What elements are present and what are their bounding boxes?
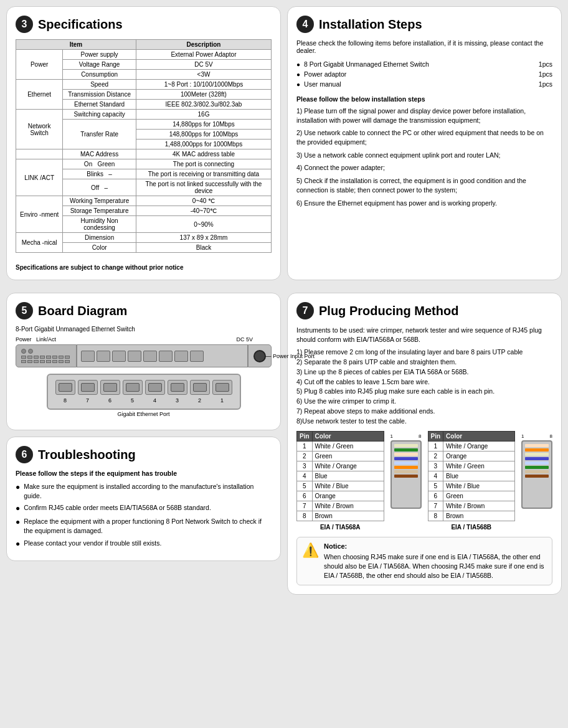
- port-led: [59, 356, 64, 359]
- spec-value: The port is receiving or transmitting da…: [136, 169, 271, 179]
- table-row: 2Green: [297, 451, 384, 461]
- col-color: Color: [443, 432, 515, 442]
- checklist-item: User manual: [304, 80, 341, 88]
- wire: [525, 466, 549, 469]
- switch-main: — Power Input Port: [16, 344, 272, 367]
- trouble-list: Make sure the equipment is installed acc…: [16, 482, 272, 549]
- table-row: 4Blue: [297, 471, 384, 481]
- col-color: Color: [312, 432, 384, 442]
- plug-title: Plug Producing Method: [319, 304, 458, 318]
- port-led: [40, 360, 45, 363]
- port-led: [65, 360, 70, 363]
- pin: 5: [297, 481, 313, 491]
- spec-item: Switching capacity: [63, 110, 136, 120]
- table-row: 5White / Blue: [428, 481, 515, 491]
- wire: [394, 470, 418, 473]
- checklist-item: Power adaptor: [304, 70, 346, 78]
- wire: [525, 475, 549, 478]
- pin: 3: [297, 461, 313, 471]
- eth-port: [159, 351, 173, 362]
- port-num: 2: [190, 397, 210, 404]
- cable-body: [391, 440, 422, 509]
- group-link: LINK /ACT: [16, 159, 63, 196]
- wire: [525, 453, 549, 456]
- port-led: [52, 356, 57, 359]
- cable-wires: [394, 444, 418, 478]
- color: White / Green: [312, 442, 384, 451]
- step-3: 3) Use a network cable connect equipment…: [296, 151, 552, 160]
- notice-box: ⚠️ Notice: When choosing RJ45 make sure …: [296, 537, 552, 585]
- switch-ports-body: [77, 344, 248, 367]
- pin: 1: [297, 442, 313, 451]
- board-number: 5: [16, 302, 33, 319]
- port-led: [27, 356, 32, 359]
- group-ethernet: Ethernet: [16, 80, 63, 110]
- color: White / Green: [443, 461, 515, 471]
- port-led: [40, 356, 45, 359]
- color: White / Orange: [443, 442, 515, 451]
- step-2: 2) Use network cable to connect the PC o…: [296, 128, 552, 146]
- dc-label: DC 5V: [236, 336, 253, 343]
- list-item: Please contact your vendor if trouble st…: [16, 539, 272, 549]
- col-pin: Pin: [297, 432, 313, 442]
- list-item: 8 Port Gigabit Unmanaged Ethernet Switch…: [296, 60, 552, 68]
- eth-port: [128, 351, 141, 362]
- eth-label: Gigabit Ethernet Port: [117, 411, 169, 417]
- eth-port: [174, 351, 188, 362]
- spec-value: 1,488,000pps for 1000Mbps: [136, 139, 271, 149]
- spec-value: DC 5V: [136, 60, 271, 70]
- table-row: Mecha -nical Dimension 137 x 89 x 28mm: [16, 233, 272, 243]
- spec-item: On Green: [63, 159, 136, 169]
- spec-value: 137 x 89 x 28mm: [136, 233, 271, 243]
- spec-value: Black: [136, 243, 271, 253]
- table-row: Ethernet Speed 1~8 Port : 10/100/1000Mbp…: [16, 80, 272, 90]
- pin: 4: [428, 471, 443, 481]
- table-568a: Pin Color 1White / Green 2Green 3White /…: [296, 431, 384, 521]
- port-led: [34, 356, 39, 359]
- eth-port: [123, 380, 143, 395]
- port-num: 4: [145, 397, 165, 404]
- plug-step: 1) Please remove 2 cm long of the insula…: [296, 347, 552, 357]
- plug-intro: Instruments to be used: wire crimper, ne…: [296, 326, 552, 344]
- port-num: 3: [168, 397, 187, 404]
- cable-image-a: 1 8: [391, 431, 422, 509]
- spec-item: Speed: [63, 80, 136, 90]
- led: [21, 349, 26, 354]
- table-a-label: EIA / TIA568A: [296, 524, 384, 531]
- checklist-qty: 1pcs: [532, 60, 552, 68]
- wire: [394, 466, 418, 469]
- wire: [394, 453, 418, 456]
- switch-labels: Power Link/Act DC 5V: [16, 336, 272, 343]
- table-row: 5White / Blue: [297, 481, 384, 491]
- eth-port-numbers: 8 7 6 5 4 3 2 1: [55, 397, 232, 404]
- switch-led-row: [21, 349, 71, 354]
- install-header: 4 Installation Steps: [296, 16, 552, 33]
- port-led: [34, 360, 39, 363]
- spec-value: 100Meter (328ft): [136, 90, 271, 100]
- plug-step: 5) Plug 8 cables into RJ45 plug make sur…: [296, 387, 552, 397]
- port-num: 7: [78, 397, 98, 404]
- cable-num-1: 1: [391, 433, 393, 439]
- power-label: Power Link/Act: [16, 336, 56, 343]
- port-led: [27, 360, 32, 363]
- checklist-qty: 1pcs: [532, 70, 552, 78]
- eth-port: [212, 380, 232, 395]
- board-header: 5 Board Diagram: [16, 302, 272, 319]
- port-inner: [126, 383, 140, 392]
- eth-port: [97, 351, 110, 362]
- top-grid: 3 Specifications Item Description Power …: [6, 6, 562, 286]
- eth-ports-box: 8 7 6 5 4 3 2 1: [47, 374, 241, 410]
- left-bottom: 5 Board Diagram 8-Port Gigabit Unmanaged…: [6, 293, 281, 595]
- pin: 2: [428, 451, 443, 461]
- pin: 8: [297, 511, 313, 521]
- plug-step: 7) Repeat above steps to make additional…: [296, 407, 552, 417]
- pin-table-b: Pin Color 1White / Orange 2Orange 3White…: [428, 431, 516, 531]
- port-num: 6: [100, 397, 120, 404]
- trouble-number: 6: [16, 446, 33, 463]
- port-led: [59, 360, 64, 363]
- group-mac: [16, 149, 63, 159]
- cable-image-b: 1 8: [521, 431, 552, 509]
- eth-port: [145, 380, 165, 395]
- spec-value: 148,800pps for 100Mbps: [136, 130, 271, 139]
- notice-content: Notice: When choosing RJ45 make sure if …: [324, 542, 547, 580]
